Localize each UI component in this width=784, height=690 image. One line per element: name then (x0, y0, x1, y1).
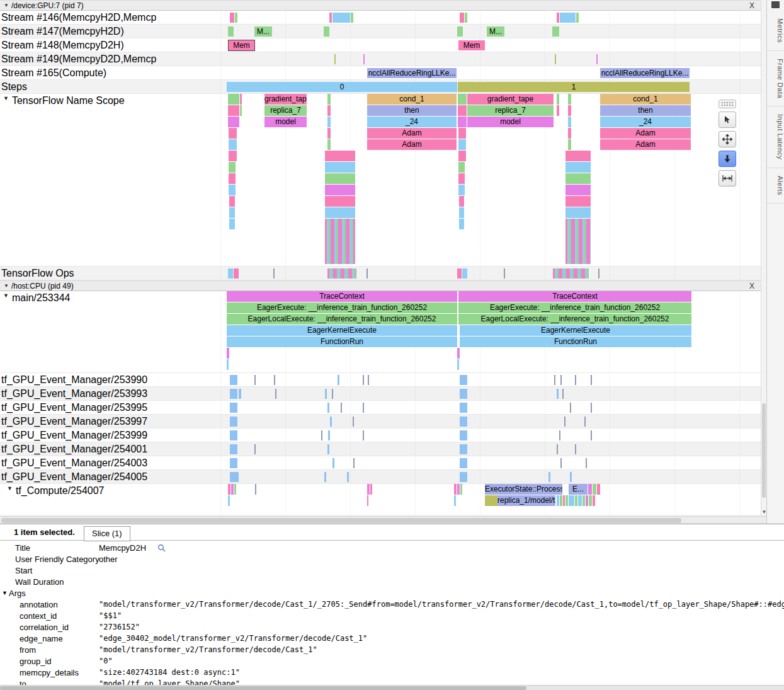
trace-slice-blue[interactable] (229, 185, 236, 195)
trace-slice-lightblue[interactable] (325, 389, 327, 399)
trace-slice-pink[interactable] (597, 484, 600, 495)
collapse-arrow-icon[interactable]: ▼ (2, 590, 8, 596)
trace-slice-pink[interactable] (565, 196, 591, 207)
trace-slice-green[interactable] (240, 105, 242, 116)
timing-tool-button[interactable] (719, 170, 736, 187)
trace-slice-magenta[interactable] (231, 484, 234, 495)
trace-slice-blue[interactable] (459, 207, 464, 218)
track-canvas[interactable] (156, 387, 761, 400)
cpu-close-button[interactable]: X (749, 281, 754, 291)
trace-slice-tick[interactable] (564, 417, 565, 427)
trace-slice-adam[interactable]: Adam (367, 128, 457, 139)
trace-slice-blue[interactable] (578, 495, 582, 506)
trace-slice-pink[interactable] (228, 484, 230, 495)
trace-slice-green[interactable] (228, 94, 239, 105)
trace-slice-magenta[interactable] (588, 484, 592, 495)
trace-slice-tick[interactable] (584, 417, 586, 427)
trace-slice-tick[interactable] (353, 417, 354, 427)
trace-slice-1[interactable]: 1 (458, 82, 690, 92)
trace-slice-tick[interactable] (363, 430, 364, 440)
trace-slice-lightblue[interactable] (332, 458, 334, 468)
trace-slice-green[interactable] (565, 495, 568, 506)
trace-slice-blue[interactable] (228, 495, 230, 506)
trace-slice-magenta[interactable] (565, 185, 591, 195)
trace-slice-pink[interactable] (568, 128, 571, 139)
trace-slice-tick[interactable] (557, 444, 558, 454)
trace-slice-pink[interactable] (327, 128, 331, 139)
track-canvas[interactable] (156, 401, 761, 414)
side-tab-frame-data[interactable]: Frame Data (767, 51, 784, 106)
trace-slice-pink[interactable] (229, 196, 235, 207)
trace-slice-functionrun[interactable]: FunctionRun (227, 336, 457, 347)
trace-slice-green[interactable] (589, 495, 592, 506)
trace-slice-tick[interactable] (586, 458, 587, 468)
trace-slice-pink[interactable] (557, 105, 559, 116)
trace-slice-green[interactable] (575, 495, 577, 506)
trace-slice-blue[interactable] (565, 162, 591, 173)
timeline-horizontal-scrollbar[interactable] (0, 516, 766, 524)
trace-slice-tick[interactable] (368, 375, 369, 385)
trace-slice-lightblue[interactable] (239, 389, 241, 399)
trace-slice-tick[interactable] (562, 389, 564, 399)
trace-slice-green[interactable] (568, 94, 571, 105)
trace-slice-lightblue[interactable] (460, 444, 467, 454)
track-canvas[interactable] (156, 470, 761, 483)
trace-slice-pink[interactable] (325, 196, 355, 207)
trace-slice-pink[interactable] (458, 151, 466, 161)
trace-slice-pink[interactable] (325, 151, 355, 161)
trace-slice-lightblue[interactable] (324, 472, 326, 482)
trace-slice-blue[interactable] (454, 495, 456, 506)
trace-slice-blue[interactable] (228, 268, 233, 279)
magnifier-icon[interactable] (157, 544, 166, 554)
vertical-scrollbar[interactable]: ▼ (761, 0, 766, 516)
trace-slice-blue[interactable] (462, 268, 467, 279)
trace-slice-tick[interactable] (363, 403, 364, 413)
trace-slice-executorstate-process[interactable]: ExecutorState::Process (485, 484, 562, 495)
trace-slice-model[interactable]: model (264, 117, 307, 127)
trace-slice-blue[interactable] (560, 13, 576, 23)
trace-slice-pink[interactable] (327, 105, 331, 116)
trace-slice-gradient-tape[interactable]: gradient_tape (264, 94, 307, 105)
trace-slice-functionrun[interactable]: FunctionRun (460, 336, 691, 347)
trace-slice-24[interactable]: _24 (600, 117, 691, 127)
trace-slice-green[interactable] (324, 26, 329, 37)
trace-slice-pink[interactable] (240, 94, 242, 105)
trace-slice-green[interactable] (325, 173, 355, 184)
trace-slice-lightblue[interactable] (570, 472, 572, 482)
track-label-main-253344[interactable]: ▼main/253344 (0, 291, 156, 372)
trace-slice-green[interactable] (327, 94, 331, 105)
trace-slice-e[interactable]: E... (569, 484, 588, 495)
trace-slice-stripes[interactable] (553, 268, 589, 279)
trace-slice-lightblue[interactable] (460, 417, 467, 427)
trace-slice-eagerlocalexecute-inference-train-function-260252[interactable]: EagerLocalExecute: __inference_train_fun… (227, 314, 457, 325)
trace-slice-tick[interactable] (255, 484, 256, 495)
trace-slice-stripes[interactable] (325, 219, 355, 264)
trace-slice-replica-7[interactable]: replica_7 (467, 105, 554, 116)
trace-slice-mem[interactable]: Mem (229, 40, 254, 50)
scrollbar-thumb[interactable] (762, 403, 766, 498)
trace-slice-pink[interactable] (460, 13, 464, 23)
trace-slice-pink[interactable] (457, 268, 462, 279)
trace-slice-lightblue[interactable] (460, 403, 467, 413)
collapse-arrow-icon[interactable]: ▼ (4, 3, 9, 8)
trace-slice-pink[interactable] (568, 105, 571, 116)
trace-slice-lightblue[interactable] (230, 403, 237, 413)
trace-slice-adam[interactable]: Adam (367, 139, 457, 150)
trace-slice-lightblue[interactable] (460, 430, 467, 440)
trace-slice-lightblue[interactable] (460, 375, 467, 385)
track-canvas[interactable] (156, 442, 761, 456)
gpu-close-button[interactable]: X (749, 1, 754, 11)
trace-slice-m[interactable]: M... (487, 26, 504, 37)
trace-slice-24[interactable]: _24 (367, 117, 457, 127)
trace-slice-mem[interactable]: Mem (458, 40, 485, 50)
trace-slice-cond-1[interactable]: cond_1 (600, 94, 691, 105)
trace-slice-stripes[interactable] (327, 268, 356, 279)
trace-slice-lightblue[interactable] (230, 430, 237, 440)
trace-slice-lightblue[interactable] (230, 458, 237, 468)
side-tab-input-latency[interactable]: Input Latency (767, 106, 784, 168)
trace-slice-tick[interactable] (560, 375, 562, 385)
trace-slice-ncclallreduceringllke[interactable]: ncclAllReduceRingLLKe... (367, 68, 457, 78)
track-canvas[interactable] (156, 267, 761, 280)
trace-slice-green[interactable] (557, 94, 559, 105)
trace-slice-green[interactable] (458, 162, 465, 173)
